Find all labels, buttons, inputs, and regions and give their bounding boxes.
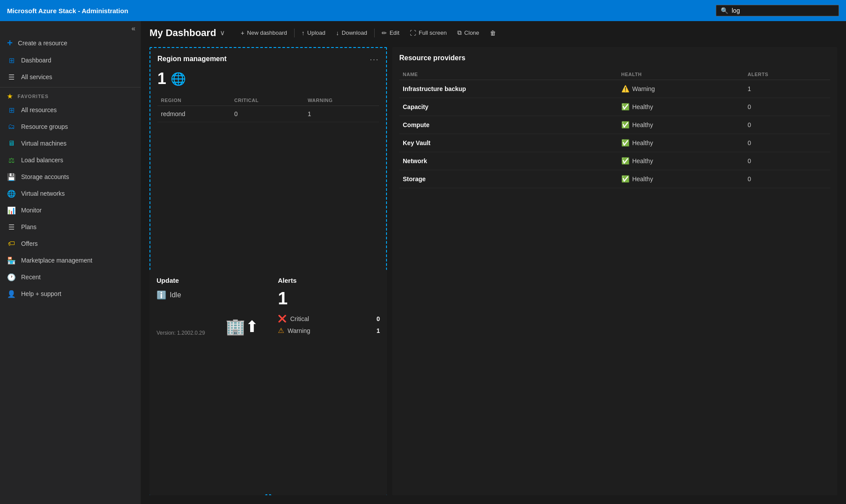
virtual-networks-icon: 🌐 — [7, 189, 16, 198]
sidebar-item-storage-accounts[interactable]: 💾 Storage accounts — [0, 168, 141, 185]
sidebar-item-dashboard[interactable]: ⊞ Dashboard — [0, 52, 141, 69]
rp-table-row[interactable]: Network ✅ Healthy 0 — [399, 152, 830, 170]
dashboard-title-wrap: My Dashboard ∨ — [150, 27, 225, 39]
delete-button[interactable]: 🗑 — [485, 27, 501, 39]
update-status-label: Idle — [170, 291, 181, 299]
favorites-star-icon: ★ — [7, 93, 13, 100]
sidebar-label-monitor: Monitor — [21, 207, 42, 214]
rp-table-row[interactable]: Infrastructure backup ⚠️ Warning 1 — [399, 80, 830, 98]
region-card-menu-button[interactable]: ··· — [370, 55, 379, 64]
health-status-text: Healthy — [632, 121, 653, 128]
update-status-icon: ℹ️ — [157, 290, 166, 300]
region-count-wrap: 1 🌐 — [157, 69, 379, 88]
storage-accounts-icon: 💾 — [7, 172, 16, 181]
rp-cell-health: ✅ Healthy — [618, 98, 744, 116]
favorites-label: FAVORITES — [18, 94, 49, 99]
sidebar-item-resource-groups[interactable]: 🗂 Resource groups — [0, 118, 141, 135]
rp-table-row[interactable]: Storage ✅ Healthy 0 — [399, 170, 830, 188]
rp-table-row[interactable]: Compute ✅ Healthy 0 — [399, 116, 830, 134]
alerts-total-count: 1 — [278, 289, 380, 308]
monitor-icon: 📊 — [7, 206, 16, 215]
resource-groups-icon: 🗂 — [7, 122, 16, 131]
plans-icon: ☰ — [7, 223, 16, 231]
sidebar-label-virtual-machines: Virtual machines — [21, 140, 66, 147]
sidebar-item-all-resources[interactable]: ⊞ All resources — [0, 102, 141, 118]
sidebar-divider-1 — [0, 87, 141, 88]
sidebar-item-offers[interactable]: 🏷 Offers — [0, 235, 141, 252]
rp-cell-health: ✅ Healthy — [618, 134, 744, 152]
health-status-icon: ✅ — [621, 139, 630, 147]
update-graphic: 🏢⬆ — [226, 318, 259, 336]
rp-cell-name: Storage — [399, 170, 618, 188]
rp-table-row[interactable]: Key Vault ✅ Healthy 0 — [399, 134, 830, 152]
alerts-card: Alerts 1 ❌ Critical 0 ⚠ Warning 1 — [271, 270, 387, 495]
favorites-header: ★ FAVORITES — [0, 89, 141, 102]
search-bar[interactable]: 🔍 — [716, 5, 839, 16]
health-status-icon: ✅ — [621, 121, 630, 129]
sidebar-label-recent: Recent — [21, 274, 40, 281]
virtual-machines-icon: 🖥 — [7, 139, 16, 148]
sidebar-item-help-support[interactable]: 👤 Help + support — [0, 285, 141, 302]
update-status: ℹ️ Idle — [157, 290, 259, 300]
sidebar-item-virtual-machines[interactable]: 🖥 Virtual machines — [0, 135, 141, 152]
alert-row-item: ❌ Critical 0 — [278, 314, 380, 323]
clone-button[interactable]: ⧉ Clone — [452, 26, 485, 39]
dashboard-icon: ⊞ — [7, 56, 16, 65]
sidebar-item-load-balancers[interactable]: ⚖ Load balancers — [0, 152, 141, 168]
rp-cell-health: ⚠️ Warning — [618, 80, 744, 98]
download-button[interactable]: ↓ Download — [331, 27, 372, 39]
resource-providers-table: NAME HEALTH ALERTS Infrastructure backup… — [399, 69, 830, 188]
sidebar-item-marketplace-management[interactable]: 🏪 Marketplace management — [0, 252, 141, 269]
rp-cell-name: Compute — [399, 116, 618, 134]
delete-icon: 🗑 — [490, 29, 496, 37]
sidebar-item-plans[interactable]: ☰ Plans — [0, 219, 141, 235]
sidebar-label-all-services: All services — [21, 73, 52, 80]
sidebar-item-monitor[interactable]: 📊 Monitor — [0, 202, 141, 219]
health-status-text: Healthy — [632, 157, 653, 164]
collapse-button[interactable]: « — [131, 25, 135, 33]
new-dashboard-button[interactable]: + New dashboard — [236, 27, 292, 39]
health-status-text: Warning — [632, 85, 655, 92]
sidebar-label-resource-groups: Resource groups — [21, 123, 68, 130]
region-management-title: Region management — [157, 55, 226, 63]
region-col-warning: WARNING — [304, 95, 379, 106]
top-bar: Microsoft Azure Stack - Administration 🔍 — [0, 0, 846, 21]
sidebar-item-virtual-networks[interactable]: 🌐 Virtual networks — [0, 185, 141, 202]
rp-cell-alerts: 0 — [744, 152, 830, 170]
rp-col-alerts: ALERTS — [744, 69, 830, 80]
sidebar-item-all-services[interactable]: ☰ All services — [0, 69, 141, 85]
rp-cell-alerts: 0 — [744, 116, 830, 134]
upload-button[interactable]: ↑ Upload — [296, 27, 331, 39]
rp-cell-alerts: 1 — [744, 80, 830, 98]
new-dashboard-label: New dashboard — [247, 29, 287, 36]
region-table: REGION CRITICAL WARNING redmond 0 1 — [157, 95, 379, 122]
search-input[interactable] — [732, 7, 834, 14]
rp-col-health: HEALTH — [618, 69, 744, 80]
recent-icon: 🕐 — [7, 273, 16, 281]
clone-icon: ⧉ — [457, 29, 462, 37]
dashboard-grid: Region management ··· 1 🌐 REGION CRITICA… — [141, 44, 846, 504]
edit-button[interactable]: ✏ Edit — [376, 27, 405, 39]
all-services-icon: ☰ — [7, 73, 16, 81]
region-cell-name: redmond — [157, 106, 231, 122]
alerts-title: Alerts — [278, 277, 380, 284]
sidebar-item-create-resource[interactable]: + Create a resource — [0, 34, 141, 52]
rp-col-name: NAME — [399, 69, 618, 80]
fullscreen-button[interactable]: ⛶ Full screen — [405, 27, 452, 39]
health-status-text: Healthy — [632, 175, 653, 183]
resource-providers-card: Resource providers NAME HEALTH ALERTS In… — [392, 47, 837, 495]
upload-label: Upload — [307, 29, 325, 36]
alert-label: Warning — [288, 327, 310, 334]
dashboard-chevron-icon[interactable]: ∨ — [220, 29, 225, 37]
rp-cell-name: Key Vault — [399, 134, 618, 152]
rp-table-row[interactable]: Capacity ✅ Healthy 0 — [399, 98, 830, 116]
sidebar-item-recent[interactable]: 🕐 Recent — [0, 269, 141, 285]
main-layout: « + Create a resource ⊞ Dashboard ☰ All … — [0, 21, 846, 504]
region-col-critical: CRITICAL — [231, 95, 304, 106]
region-table-row[interactable]: redmond 0 1 — [157, 106, 379, 122]
sidebar-label-plans: Plans — [21, 223, 36, 230]
create-resource-label: Create a resource — [18, 40, 67, 47]
dashboard-toolbar: My Dashboard ∨ + New dashboard ↑ Upload … — [141, 21, 846, 44]
alert-count-value: 0 — [376, 315, 380, 322]
download-label: Download — [342, 29, 367, 36]
